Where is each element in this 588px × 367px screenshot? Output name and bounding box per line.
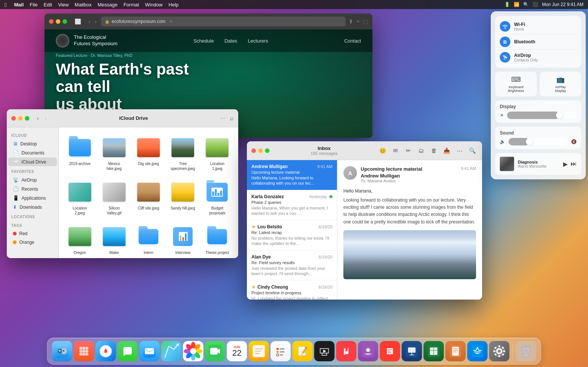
apple-menu[interactable]:  (5, 2, 6, 8)
mail-compose-emoji-button[interactable]: 😊 (377, 145, 388, 156)
forward-button[interactable]: › (93, 18, 98, 25)
mail-item-0[interactable]: Andrew Mulligan 9:41 AM Upcoming lecture… (247, 160, 337, 190)
airplay-display-tile[interactable]: 📺 AirPlayDisplay (540, 72, 581, 96)
dock-facetime[interactable] (205, 341, 225, 361)
dock-app-store[interactable] (467, 341, 488, 361)
nav-contact[interactable]: Contact (344, 38, 361, 44)
sidebar-tag-red[interactable]: Red (8, 229, 57, 238)
app-menu-mail[interactable]: Mail (14, 2, 23, 8)
add-tab-icon[interactable]: ＋ (355, 18, 361, 25)
mail-item-4[interactable]: ★ Cindy Cheung 6/18/20 Project timeline … (247, 280, 337, 300)
menu-window[interactable]: Window (145, 2, 162, 8)
mute-toggle-icon[interactable]: 🔇 (571, 139, 577, 144)
finder-close-button[interactable] (11, 116, 16, 121)
finder-forward-button[interactable]: › (43, 115, 48, 122)
mail-maximize-button[interactable] (265, 148, 270, 153)
spotlight-icon[interactable]: 🔍 (523, 2, 529, 7)
finder-item-location1[interactable]: Location 1.jpeg (202, 133, 232, 173)
finder-item-thesis[interactable]: Thesis project (202, 222, 232, 257)
mail-search-button[interactable]: 🔍 (467, 145, 478, 156)
nav-schedule[interactable]: Schedule (193, 38, 214, 44)
dock-system-preferences[interactable] (489, 341, 510, 361)
keyboard-brightness-tile[interactable]: ⌨ KeyboardBrightness (495, 72, 537, 96)
dock-launchpad[interactable] (74, 341, 94, 361)
dock-podcasts[interactable] (358, 341, 378, 361)
menu-file[interactable]: File (30, 2, 38, 8)
sidebar-item-airdrop[interactable]: 📡 AirDrop (8, 176, 57, 184)
finder-item-oregon[interactable]: Oregon (65, 222, 95, 257)
mail-move-button[interactable]: ✉ (390, 145, 401, 156)
volume-slider[interactable] (508, 138, 568, 145)
dock-trash[interactable] (516, 341, 536, 361)
dock-numbers[interactable] (424, 341, 444, 361)
url-bar[interactable]: 🔒 ecofuturessymposium.com ↻ (101, 17, 346, 26)
mail-edit-button[interactable]: ✏ (403, 145, 413, 156)
mail-delete-button[interactable]: 🗑 (429, 145, 439, 156)
bluetooth-tile[interactable]: B Bluetooth (500, 34, 577, 50)
nav-dates[interactable]: Dates (224, 38, 237, 44)
finder-back-button[interactable]: ‹ (35, 115, 40, 122)
sidebar-icon[interactable]: ⬚ (363, 18, 368, 24)
mail-move-folder-button[interactable]: 🗂 (416, 145, 426, 156)
dock-photos[interactable] (183, 341, 204, 361)
dock-mail[interactable] (139, 341, 160, 361)
menu-mailbox[interactable]: Mailbox (75, 2, 92, 8)
finder-item-location2[interactable]: Location 2.jpeg (65, 178, 95, 218)
brightness-slider[interactable] (507, 112, 577, 119)
minimize-button[interactable] (56, 19, 60, 24)
dock-reminders[interactable] (271, 341, 291, 361)
dock-messages[interactable] (118, 341, 138, 361)
mail-close-button[interactable] (251, 148, 256, 153)
dock-pages[interactable] (446, 341, 466, 361)
dock-news[interactable] (380, 341, 400, 361)
dock-stickies[interactable]: 📝 (292, 341, 313, 361)
finder-maximize-button[interactable] (25, 116, 29, 121)
finder-item-interview[interactable]: 📊 Interview (168, 222, 198, 257)
airdrop-tile[interactable]: 📡 AirDrop Contacts Only (500, 50, 577, 65)
finder-search-button[interactable]: ⌕ (230, 115, 234, 122)
finder-minimize-button[interactable] (18, 116, 23, 121)
sidebar-item-icloud-drive[interactable]: ☁️ iCloud Drive (8, 158, 57, 166)
finder-item-water[interactable]: Water (99, 222, 129, 257)
sidebar-toggle-icon[interactable]: ⬜ (73, 18, 83, 25)
back-button[interactable]: ‹ (87, 18, 92, 25)
dock-calendar[interactable]: JUN 22 (227, 341, 247, 361)
finder-item-sandy-hill[interactable]: Sandy hill.jpeg (168, 178, 198, 218)
menu-view[interactable]: View (58, 2, 69, 8)
dock-notes[interactable] (249, 341, 269, 361)
finder-item-dig-site[interactable]: Dig site.jpeg (133, 133, 163, 173)
dock-finder[interactable] (52, 341, 72, 361)
wifi-tile[interactable]: Wi-Fi Home (500, 19, 577, 34)
maximize-button[interactable] (63, 19, 67, 24)
share-icon[interactable]: ⬆ (349, 18, 353, 24)
finder-item-cliff-site[interactable]: Cliff site.jpeg (133, 178, 163, 218)
dock-safari[interactable] (96, 341, 116, 361)
menu-format[interactable]: Format (124, 2, 139, 8)
sidebar-item-downloads[interactable]: ⬇ Downloads (8, 203, 57, 211)
wifi-indicator[interactable]: 📶 (514, 2, 519, 7)
control-center-icon[interactable]: ⬛ (533, 2, 538, 7)
mail-minimize-button[interactable] (258, 148, 263, 153)
mail-item-2[interactable]: ★ Lou Belsito 6/19/20 Re: Latest recap N… (247, 220, 337, 251)
now-playing-tile[interactable]: Diagnosis Alanis Morissette ▶ ⏭ (495, 153, 581, 175)
next-button[interactable]: ⏭ (571, 161, 577, 167)
finder-item-budget-proposals[interactable]: Budget proposals (202, 178, 232, 218)
menu-edit[interactable]: Edit (44, 2, 52, 8)
dock-maps[interactable] (161, 341, 182, 361)
dock-music[interactable] (336, 341, 357, 361)
finder-item-mexico-hike[interactable]: Mexico hike.jpeg (99, 133, 129, 173)
finder-item-intern[interactable]: Intern (133, 222, 163, 257)
sidebar-item-recents[interactable]: 🕐 Recents (8, 185, 57, 193)
sidebar-item-desktop[interactable]: 🖥 Desktop (8, 139, 57, 148)
finder-item-2019-archive[interactable]: 2019 archive (65, 133, 95, 173)
play-button[interactable]: ▶ (563, 161, 568, 168)
finder-item-tree-specimen[interactable]: Tree specimen.jpeg (168, 133, 198, 173)
mail-more-button[interactable]: ⋯ (454, 145, 465, 156)
sidebar-item-applications[interactable]: 📱 Applications (8, 194, 57, 202)
finder-item-silicon-valley[interactable]: Silicon Valley.gif (99, 178, 129, 218)
sidebar-tag-orange[interactable]: Orange (8, 238, 57, 246)
view-toggle-icon[interactable]: ⋯ (219, 115, 227, 122)
close-button[interactable] (49, 19, 54, 24)
sidebar-item-documents[interactable]: 📄 Documents (8, 148, 57, 157)
menu-help[interactable]: Help (168, 2, 179, 8)
